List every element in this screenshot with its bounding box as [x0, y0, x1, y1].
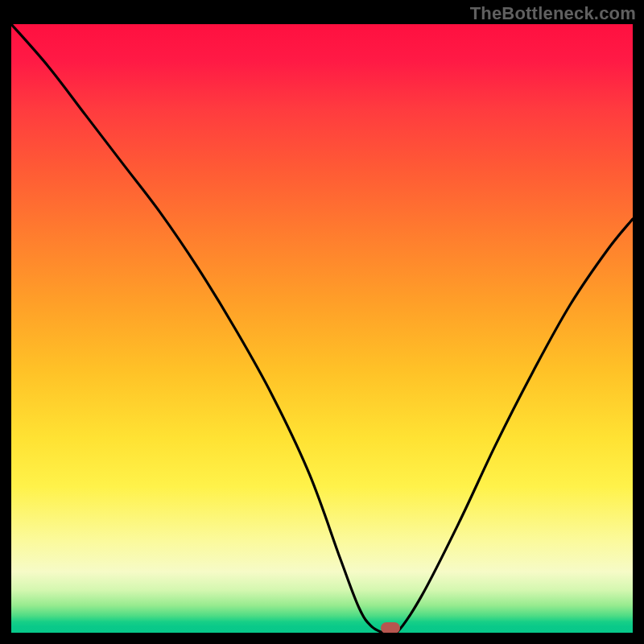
- chart-frame: TheBottleneck.com: [0, 0, 644, 644]
- bottleneck-curve: [11, 24, 633, 633]
- optimal-marker: [381, 622, 400, 633]
- plot-area: [11, 24, 633, 633]
- watermark-text: TheBottleneck.com: [470, 3, 636, 24]
